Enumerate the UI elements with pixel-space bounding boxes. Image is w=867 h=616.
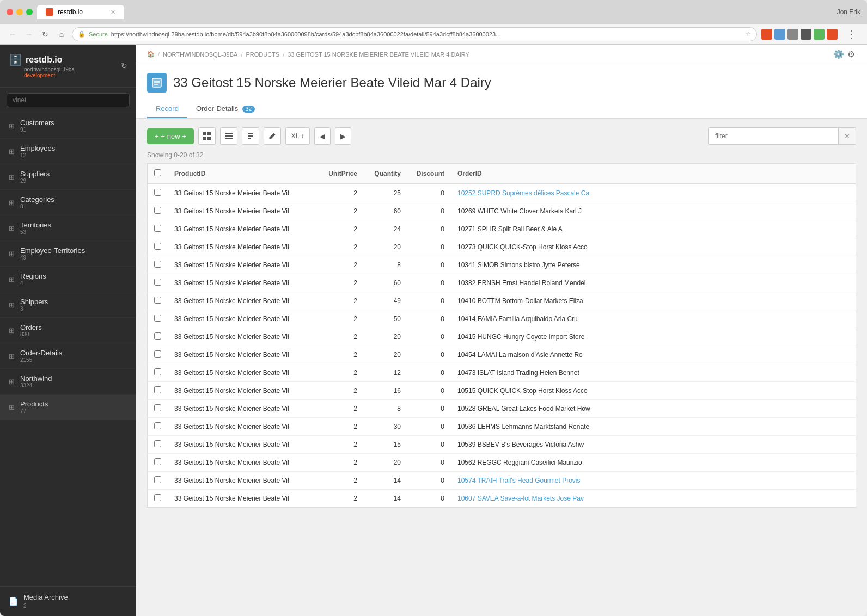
sidebar-item-media-archive[interactable]: 📄 Media Archive 2 (0, 587, 136, 616)
tab-close-button[interactable]: ✕ (111, 9, 115, 16)
new-tab-area[interactable] (129, 3, 172, 21)
row-checkbox-cell (148, 382, 168, 400)
extension-icon-6[interactable] (827, 29, 838, 40)
select-all-checkbox[interactable] (154, 169, 161, 176)
back-button[interactable]: ← (7, 28, 19, 40)
suppliers-count: 29 (20, 178, 50, 184)
row-checkbox[interactable] (154, 225, 161, 232)
filter-clear-button[interactable]: ✕ (839, 127, 856, 145)
export-button[interactable] (242, 127, 259, 145)
sidebar-item-orders[interactable]: ⊞ Orders 830 (0, 318, 136, 343)
row-checkbox[interactable] (154, 297, 161, 304)
sidebar-item-northwind[interactable]: ⊞ Northwind 3324 (0, 369, 136, 395)
browser-menu-button[interactable]: ⋮ (842, 28, 860, 40)
orderid-link[interactable]: 10252 SUPRD Suprèmes délices Pascale Ca (457, 189, 589, 197)
row-checkbox[interactable] (154, 261, 161, 268)
page-header: 33 Geitost 15 Norske Meierier Beate Vile… (136, 64, 867, 119)
sidebar-item-employees[interactable]: ⊞ Employees 12 (0, 139, 136, 164)
row-checkbox-cell (148, 490, 168, 508)
sidebar-item-products[interactable]: ⊞ Products 77 (0, 395, 136, 420)
extension-icon-4[interactable] (801, 29, 811, 40)
forward-button[interactable]: → (23, 28, 35, 40)
extension-icon-2[interactable] (774, 29, 785, 40)
sidebar-item-suppliers[interactable]: ⊞ Suppliers 29 (0, 164, 136, 190)
row-checkbox[interactable] (154, 458, 161, 465)
sidebar-item-employee-territories[interactable]: ⊞ Employee-Territories 49 (0, 241, 136, 267)
regions-icon: ⊞ (9, 275, 15, 284)
settings-button[interactable]: ⚙️ (832, 48, 845, 60)
row-discount: 0 (407, 256, 451, 274)
row-orderid: 10574 TRAIH Trail's Head Gourmet Provis (451, 472, 856, 490)
minimize-dot[interactable] (16, 9, 23, 15)
extension-icon-5[interactable] (814, 29, 825, 40)
sidebar-item-territories[interactable]: ⊞ Territories 53 (0, 215, 136, 241)
row-quantity: 49 (364, 292, 407, 310)
db-name: northwindnosql-39ba (24, 66, 75, 72)
settings-alt-button[interactable]: ⚙ (846, 48, 856, 60)
maximize-dot[interactable] (26, 9, 33, 15)
sidebar-refresh-button[interactable]: ↻ (121, 61, 127, 70)
row-discount: 0 (407, 382, 451, 400)
th-checkbox (148, 164, 168, 184)
sidebar-item-shippers[interactable]: ⊞ Shippers 3 (0, 292, 136, 318)
sidebar-item-order-details[interactable]: ⊞ Order-Details 2155 (0, 343, 136, 369)
row-checkbox[interactable] (154, 386, 161, 393)
content-toolbar: + + new + (147, 127, 856, 145)
xl-download-button[interactable]: XL ↓ (285, 127, 310, 145)
breadcrumb-db-link[interactable]: NORTHWINDNOSQL-39BA (163, 51, 237, 58)
row-checkbox[interactable] (154, 440, 161, 447)
row-productid: 33 Geitost 15 Norske Meierier Beate Vil (168, 490, 320, 508)
breadcrumb-collection-link[interactable]: PRODUCTS (246, 51, 279, 58)
row-checkbox[interactable] (154, 332, 161, 340)
table-row: 33 Geitost 15 Norske Meierier Beate Vil … (148, 256, 856, 274)
row-discount: 0 (407, 274, 451, 292)
row-quantity: 25 (364, 184, 407, 202)
table-body: 33 Geitost 15 Norske Meierier Beate Vil … (148, 184, 856, 508)
new-record-button[interactable]: + + new + (147, 128, 194, 144)
row-quantity: 14 (364, 490, 407, 508)
bookmark-icon[interactable]: ☆ (746, 30, 751, 38)
breadcrumb-home-icon[interactable]: 🏠 (147, 51, 155, 58)
close-dot[interactable] (7, 9, 13, 15)
row-checkbox[interactable] (154, 350, 161, 358)
sidebar-item-categories[interactable]: ⊞ Categories 8 (0, 190, 136, 215)
table-header-row: ProductID UnitPrice Quantity Discount Or… (148, 164, 856, 184)
row-orderid: 10382 ERNSH Ernst Handel Roland Mendel (451, 274, 856, 292)
edit-button[interactable] (264, 127, 281, 145)
row-checkbox[interactable] (154, 368, 161, 375)
employee-territories-count: 49 (20, 255, 85, 261)
row-checkbox[interactable] (154, 279, 161, 286)
row-checkbox[interactable] (154, 243, 161, 250)
row-checkbox[interactable] (154, 315, 161, 322)
next-page-button[interactable]: ▶ (335, 127, 351, 145)
sidebar-item-customers[interactable]: ⊞ Customers 91 (0, 113, 136, 139)
media-archive-label: Media Archive (23, 593, 68, 601)
orderid-link[interactable]: 10574 TRAIH Trail's Head Gourmet Provis (457, 477, 581, 484)
row-checkbox[interactable] (154, 189, 161, 196)
view-list-button[interactable] (220, 127, 237, 145)
extension-icon-1[interactable] (761, 29, 772, 40)
view-grid-button[interactable] (198, 127, 216, 145)
row-checkbox[interactable] (154, 476, 161, 483)
address-bar[interactable]: 🔒 Secure https://northwindnosql-39ba.res… (72, 27, 757, 41)
tab-order-details[interactable]: Order-Details 32 (187, 100, 264, 118)
row-checkbox[interactable] (154, 207, 161, 214)
orders-label: Orders (20, 323, 42, 331)
prev-page-button[interactable]: ◀ (314, 127, 331, 145)
row-checkbox[interactable] (154, 404, 161, 411)
extension-icon-3[interactable] (787, 29, 798, 40)
row-checkbox[interactable] (154, 494, 161, 501)
page-tabs: Record Order-Details 32 (147, 100, 856, 118)
refresh-button[interactable]: ↻ (39, 28, 51, 40)
home-button[interactable]: ⌂ (56, 28, 68, 40)
sidebar-item-regions[interactable]: ⊞ Regions 4 (0, 267, 136, 292)
sidebar-logo: 🗄️ restdb.io northwindnosql-39ba develop… (9, 53, 75, 78)
territories-label: Territories (20, 221, 51, 229)
sidebar-search-input[interactable] (7, 93, 130, 107)
browser-tab[interactable]: restdb.io ✕ (37, 5, 124, 19)
row-checkbox[interactable] (154, 422, 161, 429)
tab-record[interactable]: Record (147, 100, 187, 118)
orderid-link[interactable]: 10607 SAVEA Save-a-lot Markets Jose Pav (457, 495, 584, 502)
filter-input[interactable] (708, 127, 839, 145)
table-row: 33 Geitost 15 Norske Meierier Beate Vil … (148, 364, 856, 382)
